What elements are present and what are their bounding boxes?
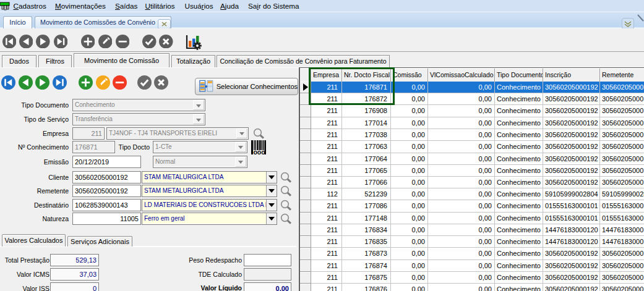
svg-text:ooo: ooo [253, 148, 265, 155]
